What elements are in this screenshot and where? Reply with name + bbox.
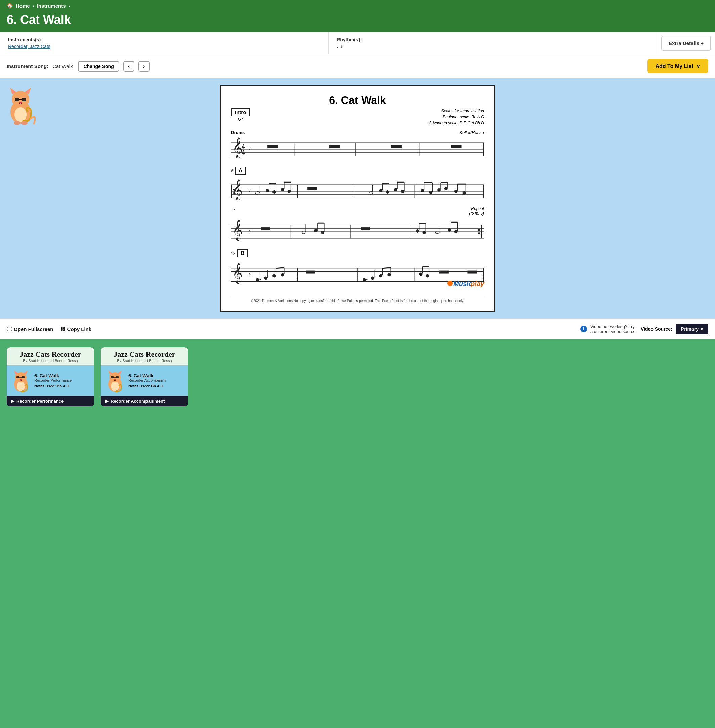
- card-1-series: Jazz Cats Recorder: [105, 350, 184, 359]
- page-title: 6. Cat Walk: [7, 13, 708, 27]
- sheet-intro-area: Intro G7: [231, 108, 250, 122]
- svg-text:♯: ♯: [248, 228, 251, 234]
- svg-point-150: [379, 274, 382, 278]
- svg-point-110: [422, 231, 426, 234]
- main-content-wrapper: Instruments(s): Recorder, Jazz Cats Rhyt…: [0, 32, 715, 339]
- svg-point-108: [416, 229, 419, 233]
- video-source-select-button[interactable]: Primary ▾: [676, 324, 708, 334]
- bottom-controls: ⛶ Open Fullscreen ⛓ Copy Link i Video no…: [0, 319, 715, 339]
- svg-text:𝄞: 𝄞: [232, 137, 243, 159]
- instruments-link[interactable]: Instruments: [37, 3, 66, 9]
- media-card-0[interactable]: Jazz Cats Recorder By Brad Keller and Bo…: [7, 347, 94, 406]
- svg-point-49: [273, 190, 276, 193]
- svg-point-80: [444, 187, 448, 190]
- instruments-value[interactable]: Recorder, Jazz Cats: [8, 44, 320, 49]
- svg-rect-106: [361, 227, 370, 230]
- card-0-cat-image: [11, 369, 31, 392]
- sheet-title: 6. Cat Walk: [231, 94, 484, 107]
- svg-text:Music: Music: [453, 280, 472, 287]
- svg-point-177: [20, 379, 21, 381]
- drums-label: Drums: [231, 130, 244, 135]
- svg-point-122: [478, 229, 480, 231]
- svg-rect-8: [21, 98, 26, 101]
- prev-song-button[interactable]: ‹: [123, 61, 134, 72]
- svg-line-154: [382, 267, 391, 268]
- svg-point-190: [115, 390, 118, 392]
- repeat-note: Repeat (to m. 6): [469, 206, 484, 216]
- video-warning-text: Video not working? Try a different video…: [590, 324, 637, 334]
- svg-text:𝄞: 𝄞: [232, 263, 243, 284]
- card-1-body: 6. Cat Walk Recorder Accompanim Notes Us…: [101, 366, 188, 396]
- video-source-area: i Video not working? Try a different vid…: [580, 324, 708, 334]
- svg-point-64: [386, 190, 389, 193]
- svg-point-123: [478, 232, 480, 234]
- svg-point-44: [233, 192, 235, 194]
- section-b-header: 18 B: [231, 249, 484, 259]
- svg-point-78: [437, 188, 441, 192]
- card-1-footer-label: Recorder Accompaniment: [110, 399, 164, 404]
- svg-point-100: [314, 229, 318, 232]
- card-1-footer[interactable]: ▶ Recorder Accompaniment: [101, 396, 188, 406]
- toolbar-row: Instrument Song: Cat Walk Change Song ‹ …: [0, 54, 715, 78]
- extra-details-button[interactable]: Extra Details +: [661, 36, 711, 51]
- svg-point-135: [264, 276, 267, 279]
- card-1-footer-icon: ▶: [105, 398, 109, 404]
- add-to-list-dropdown-arrow: ∨: [696, 63, 700, 69]
- svg-point-147: [366, 278, 368, 279]
- svg-point-14: [21, 121, 27, 125]
- svg-point-67: [394, 188, 397, 191]
- measure-12-staff: 𝄞 ♯: [231, 216, 484, 247]
- next-song-button[interactable]: ›: [139, 61, 149, 72]
- open-fullscreen-label: Open Fullscreen: [14, 326, 53, 332]
- svg-point-83: [454, 190, 458, 193]
- svg-point-75: [429, 190, 433, 194]
- svg-rect-31: [391, 145, 401, 148]
- add-to-list-button[interactable]: Add To My List ∨: [647, 59, 708, 73]
- rhythms-value: ♩ ♪: [337, 44, 649, 49]
- measure-12-header: 12 Repeat (to m. 6): [231, 206, 484, 216]
- change-song-button[interactable]: Change Song: [78, 61, 119, 72]
- svg-point-148: [371, 276, 374, 279]
- open-fullscreen-button[interactable]: ⛶ Open Fullscreen: [7, 326, 53, 332]
- svg-point-47: [266, 189, 269, 192]
- svg-rect-96: [261, 227, 270, 230]
- svg-text:♯: ♯: [248, 146, 251, 152]
- home-link[interactable]: Home: [16, 3, 30, 9]
- svg-point-178: [21, 390, 24, 392]
- svg-text:♯: ♯: [248, 188, 251, 193]
- card-0-footer-icon: ▶: [11, 398, 14, 404]
- card-0-footer[interactable]: ▶ Recorder Performance: [7, 396, 94, 406]
- home-icon[interactable]: 🏠: [7, 3, 13, 9]
- copy-link-button[interactable]: ⛓ Copy Link: [60, 326, 92, 332]
- musicplay-logo: Music play: [447, 277, 487, 291]
- svg-rect-7: [15, 98, 20, 101]
- svg-text:♯: ♯: [248, 271, 251, 277]
- svg-rect-58: [308, 187, 317, 190]
- svg-text:play: play: [471, 280, 484, 287]
- svg-rect-175: [21, 376, 24, 378]
- svg-point-54: [288, 190, 291, 193]
- sheet-intro-box: Intro: [231, 108, 250, 116]
- card-1-song-name: 6. Cat Walk: [128, 373, 184, 378]
- section-b-label: B: [237, 249, 248, 257]
- svg-point-115: [448, 228, 451, 231]
- card-0-by: By Brad Keller and Bonnie Rossa: [11, 359, 90, 362]
- svg-point-69: [401, 190, 404, 193]
- media-card-1[interactable]: Jazz Cats Recorder By Brad Keller and Bo…: [101, 347, 188, 406]
- svg-rect-32: [451, 145, 462, 148]
- card-0-info: 6. Cat Walk Recorder Performance Notes U…: [34, 373, 90, 388]
- video-source-value: Primary: [681, 326, 698, 332]
- info-row: Instruments(s): Recorder, Jazz Cats Rhyt…: [0, 32, 715, 54]
- page-title-area: 6. Cat Walk: [0, 11, 715, 32]
- svg-rect-186: [110, 376, 113, 378]
- sheet-intro-sub: G7: [231, 117, 250, 122]
- rhythms-label: Rhythm(s):: [337, 37, 649, 42]
- svg-rect-162: [468, 270, 477, 273]
- sheet-author: Keller/Rossa: [459, 130, 484, 136]
- card-1-by: By Brad Keller and Bonnie Rossa: [105, 359, 184, 362]
- svg-point-168: [17, 382, 25, 391]
- instrument-song-label: Instrument Song:: [7, 63, 48, 69]
- section-a-header: 6 A: [231, 167, 484, 176]
- svg-point-62: [379, 189, 382, 192]
- nav-chevron-2: ›: [69, 3, 70, 9]
